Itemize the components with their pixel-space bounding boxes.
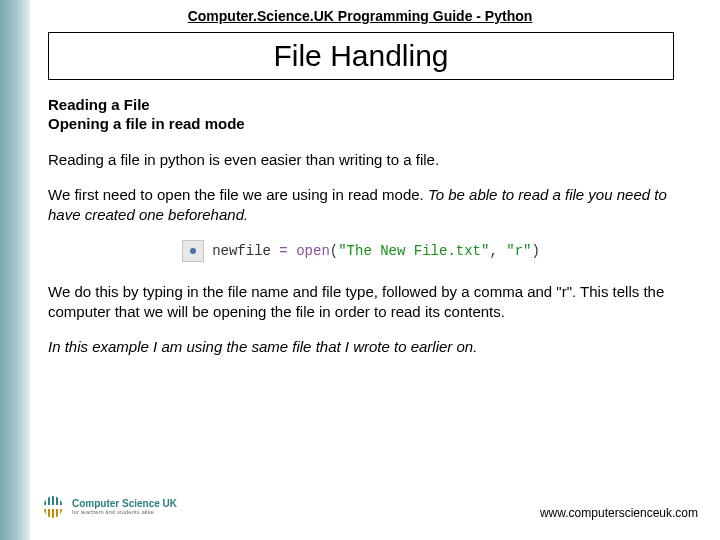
- paragraph-2a: We first need to open the file we are us…: [48, 186, 428, 203]
- code-arg2: "r": [506, 243, 531, 259]
- title-text: File Handling: [273, 39, 448, 73]
- code-fn: open: [296, 243, 330, 259]
- footer-logo: Computer Science UK for teachers and stu…: [40, 494, 177, 520]
- code-rparen: ): [531, 243, 539, 259]
- code-line: newfile = open("The New File.txt", "r"): [212, 243, 540, 259]
- code-comma: ,: [489, 243, 506, 259]
- slide: Computer.Science.UK Programming Guide - …: [0, 0, 720, 540]
- paragraph-4: In this example I am using the same file…: [48, 337, 674, 357]
- paragraph-2: We first need to open the file we are us…: [48, 185, 674, 224]
- paragraph-1: Reading a file in python is even easier …: [48, 150, 674, 170]
- breakpoint-dot-icon: [190, 248, 196, 254]
- left-accent-bar: [0, 0, 30, 540]
- body-content: Reading a File Opening a file in read mo…: [48, 96, 674, 373]
- subheading-2: Opening a file in read mode: [48, 115, 674, 134]
- paragraph-3: We do this by typing in the file name an…: [48, 282, 674, 321]
- title-box: File Handling: [48, 32, 674, 80]
- header-text: Computer.Science.UK Programming Guide - …: [0, 8, 720, 24]
- logo-text: Computer Science UK for teachers and stu…: [72, 499, 177, 515]
- subheading-1: Reading a File: [48, 96, 674, 115]
- footer-url: www.computerscienceuk.com: [540, 506, 698, 520]
- logo-line1: Computer Science UK: [72, 499, 177, 509]
- code-gutter: [182, 240, 204, 262]
- paragraph-4-text: In this example I am using the same file…: [48, 338, 477, 355]
- code-lparen: (: [330, 243, 338, 259]
- code-example: newfile = open("The New File.txt", "r"): [48, 240, 674, 262]
- code-arg1: "The New File.txt": [338, 243, 489, 259]
- code-op: =: [271, 243, 296, 259]
- code-var: newfile: [212, 243, 271, 259]
- logo-line2: for teachers and students alike: [72, 509, 177, 515]
- logo-icon: [40, 494, 66, 520]
